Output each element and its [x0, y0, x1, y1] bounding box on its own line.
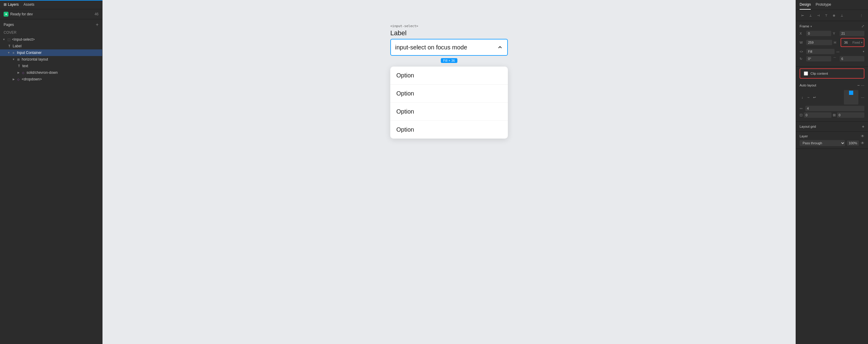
- tab-layers[interactable]: ⊞ Layers: [4, 2, 19, 7]
- layer-item-input-select-root[interactable]: ⬚ <input-select>: [0, 36, 102, 43]
- align-bottom-button[interactable]: ⊥: [839, 12, 845, 19]
- h-input[interactable]: [842, 40, 851, 45]
- dropdown-option-3[interactable]: Option: [390, 103, 508, 121]
- eye-icon[interactable]: 👁: [861, 134, 864, 138]
- align-cell-br[interactable]: [854, 100, 858, 104]
- align-cell-tl[interactable]: [844, 91, 849, 95]
- align-down-arrow[interactable]: ↓: [800, 95, 805, 100]
- w-h-row: W H Fixed ▾: [800, 38, 864, 47]
- frame-section: Frame ▾ ⤢ X Y W H Fixed ▾ <> Fill: [796, 21, 868, 67]
- align-cell-mc[interactable]: [849, 95, 853, 99]
- auto-layout-padding-row-h: ⊡ ⊠: [800, 112, 864, 118]
- right-panel-tabs: Design Prototype: [796, 0, 868, 10]
- pages-label: Pages: [4, 23, 14, 27]
- layout-grid-section: Layout grid +: [796, 122, 868, 132]
- padding-v-input[interactable]: [837, 112, 865, 118]
- page-item-cover[interactable]: COVER: [0, 29, 102, 36]
- chevron-down-icon: [2, 38, 5, 41]
- add-layout-grid-button[interactable]: +: [862, 124, 864, 129]
- gap-input[interactable]: [805, 106, 864, 111]
- fill-dropdown-arrow[interactable]: ▾: [863, 50, 864, 53]
- wrap-arrow[interactable]: ↩: [812, 95, 817, 100]
- align-top-button[interactable]: ⊤: [823, 12, 829, 19]
- align-cell-bc[interactable]: [849, 100, 853, 104]
- layer-item-dropdown[interactable]: ◇ <dropdown>: [0, 76, 102, 83]
- layer-section-header: Layer 👁: [800, 134, 864, 138]
- x-label: X: [800, 32, 804, 35]
- auto-layout-title: Auto layout: [800, 84, 816, 87]
- ready-for-dev-label: Ready for dev: [10, 12, 33, 16]
- clip-content-row: Clip content: [800, 68, 864, 79]
- layer-item-input-container[interactable]: ≡ Input Container: [0, 50, 102, 56]
- ready-for-dev-count: 46: [95, 12, 98, 16]
- fill-bracket-icon: <>: [800, 50, 804, 53]
- align-toolbar: ⊢ ⊥ ⊣ ⊤ ⊕ ⊥ ⋮: [796, 10, 868, 21]
- h-dropdown-arrow[interactable]: ▾: [861, 41, 863, 44]
- chevron-up-icon: [497, 44, 503, 50]
- h-label: H: [834, 41, 839, 44]
- rotation-input[interactable]: [806, 56, 831, 61]
- frame-title-group: Frame ▾: [800, 24, 812, 28]
- align-cell-ml[interactable]: [844, 95, 849, 99]
- input-select-box[interactable]: input-select on focus mode Fill × 36: [390, 39, 508, 56]
- align-left-button[interactable]: ⊢: [800, 12, 806, 19]
- clip-content-checkbox[interactable]: [804, 71, 808, 75]
- frame-resize-icon[interactable]: ⤢: [861, 24, 864, 28]
- align-cell-bl[interactable]: [844, 100, 849, 104]
- layer-label-solid-chevron-down: solid/chevron-down: [27, 70, 58, 75]
- dropdown-option-1[interactable]: Option: [390, 67, 508, 85]
- frame-dropdown-arrow[interactable]: ▾: [810, 25, 812, 28]
- layer-visibility-icon[interactable]: 👁: [861, 141, 864, 145]
- auto-layout-section: Auto layout − ··· ↓ → ↩: [796, 81, 868, 122]
- align-right-arrow[interactable]: →: [806, 95, 811, 100]
- blend-mode-select[interactable]: Pass through: [800, 140, 845, 146]
- corner-radius-input[interactable]: [840, 56, 865, 61]
- w-input[interactable]: [806, 40, 832, 45]
- padding-h-input[interactable]: [804, 112, 832, 118]
- auto-layout-icon: ≡: [11, 51, 16, 55]
- y-input[interactable]: [840, 31, 865, 36]
- right-panel: Design Prototype ⊢ ⊥ ⊣ ⊤ ⊕ ⊥ ⋮ Frame ▾ ⤢…: [796, 0, 868, 344]
- tab-design-label: Design: [800, 2, 811, 7]
- pages-section: Pages +: [0, 19, 102, 29]
- dropdown-option-2[interactable]: Option: [390, 85, 508, 103]
- layer-item-solid-chevron-down[interactable]: ◇ solid/chevron-down: [0, 69, 102, 76]
- tab-assets-label: Assets: [24, 2, 34, 7]
- auto-layout-remove-button[interactable]: −: [857, 83, 860, 88]
- tab-prototype[interactable]: Prototype: [815, 2, 831, 10]
- align-cell-tr[interactable]: [854, 91, 858, 95]
- layer-label-dropdown: <dropdown>: [22, 77, 42, 81]
- tab-assets[interactable]: Assets: [24, 2, 34, 7]
- layer-item-horizontal-layout[interactable]: ⊞ horizontal layout: [0, 56, 102, 63]
- layer-label-text: text: [22, 64, 28, 68]
- align-right-button[interactable]: ⊣: [815, 12, 821, 19]
- layout-grid-title: Layout grid: [800, 125, 816, 128]
- dropdown-list: Option Option Option Option: [390, 67, 508, 138]
- layer-label-horizontal-layout: horizontal layout: [22, 57, 48, 61]
- w-label: W: [800, 41, 804, 44]
- align-cell-tc[interactable]: [849, 91, 853, 95]
- text-icon: T: [17, 64, 21, 68]
- align-center-h-button[interactable]: ⊥: [807, 12, 813, 19]
- auto-layout-more-button[interactable]: ···: [861, 83, 864, 88]
- align-cell-mr[interactable]: [854, 95, 858, 99]
- alignment-more-button[interactable]: ···: [861, 95, 864, 100]
- component-icon: ◇: [16, 77, 21, 81]
- distribute-button[interactable]: ⋮: [858, 12, 864, 19]
- fill-label-text: Fill: [806, 49, 835, 54]
- tab-design[interactable]: Design: [800, 2, 811, 10]
- auto-layout-header: Auto layout − ···: [800, 83, 864, 88]
- input-select-text: input-select on focus mode: [395, 44, 467, 51]
- layer-item-label[interactable]: T Label: [0, 43, 102, 50]
- canvas-label-text: Label: [390, 29, 508, 37]
- x-input[interactable]: [806, 31, 831, 36]
- fill-badge: Fill × 36: [441, 58, 458, 63]
- chevron-down-icon: [7, 51, 10, 54]
- fill-row: <> Fill — ▾: [800, 49, 864, 54]
- align-center-v-button[interactable]: ⊕: [831, 12, 837, 19]
- layer-item-text[interactable]: T text: [0, 63, 102, 69]
- dropdown-option-4[interactable]: Option: [390, 121, 508, 138]
- x-y-row: X Y: [800, 31, 864, 36]
- add-page-button[interactable]: +: [96, 22, 98, 27]
- opacity-input[interactable]: [847, 140, 859, 146]
